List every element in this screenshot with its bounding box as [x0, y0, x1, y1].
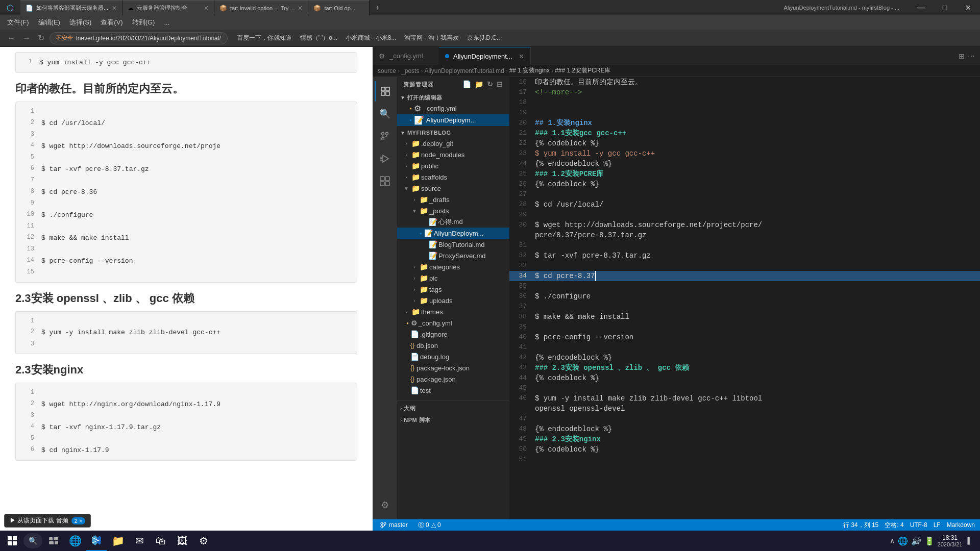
taskbar-store[interactable]: 🛍 [151, 531, 171, 551]
npm-scripts-header[interactable]: › NPM 脚本 [397, 414, 509, 426]
maximize-button[interactable]: □ [933, 0, 957, 15]
tree-categories[interactable]: › 📁 categories [397, 261, 509, 272]
bc-source[interactable]: source [378, 67, 396, 74]
aliyun-tab-close[interactable]: ✕ [519, 53, 524, 60]
more-actions-icon[interactable]: ⋯ [968, 52, 975, 60]
menu-view[interactable]: 查看(V) [96, 16, 127, 29]
open-editor-config[interactable]: ● ⚙ _config.yml [397, 103, 509, 114]
open-editors-header[interactable]: ▼ 打开的编辑器 [397, 93, 509, 103]
show-desktop-button[interactable]: ▌ [965, 535, 974, 546]
tab2-close[interactable]: ✕ [204, 5, 209, 12]
activity-extensions[interactable] [375, 171, 395, 191]
browser-tab-3[interactable]: 📦 tar: invalid option -- 'Try ... ✕ [214, 0, 308, 15]
tree-node-modules[interactable]: › 📁 node_modules [397, 149, 509, 160]
refresh-icon[interactable]: ↻ [487, 80, 494, 88]
close-button[interactable]: ✕ [957, 0, 980, 15]
tree-proxy-server[interactable]: 📝 ProxyServer.md [397, 250, 509, 261]
refresh-button[interactable]: ↻ [36, 32, 46, 44]
url-bar[interactable]: 不安全 lneverl.gitee.io/2020/03/21/AliyunDe… [50, 32, 228, 44]
vscode-tab-aliyun[interactable]: AliyunDeployment... ✕ [439, 47, 531, 65]
bookmark-4[interactable]: 京东(J.D.C... [463, 33, 506, 43]
status-line-col[interactable]: 行 34，列 15 [843, 521, 878, 530]
tree-package-json[interactable]: {} package.json [397, 373, 509, 385]
bc-file[interactable]: AliyunDeploymentTutorial.md [424, 67, 504, 74]
tree-tags[interactable]: › 📁 tags [397, 284, 509, 295]
status-language[interactable]: Markdown [947, 521, 975, 529]
activity-debug[interactable] [375, 148, 395, 169]
tree-posts[interactable]: ▼ 📁 _posts [397, 205, 509, 216]
tab1-close[interactable]: ✕ [112, 5, 117, 12]
tree-uploads[interactable]: › 📁 uploads [397, 295, 509, 306]
tree-gitignore[interactable]: 📄 .gitignore [397, 329, 509, 340]
split-editor-icon[interactable]: ⊞ [959, 52, 965, 60]
tree-drafts[interactable]: › 📁 _drafts [397, 194, 509, 205]
open-editor-aliyun[interactable]: ● 📝 AliyunDeploym... [397, 114, 509, 126]
tree-blog-tutorial[interactable]: 📝 BlogTutorial.md [397, 239, 509, 250]
browser-tab-1[interactable]: 📄 如何将博客部署到云服务器... ✕ [20, 0, 122, 15]
browser-tab-4[interactable]: 📦 tar: Old op... [308, 0, 370, 15]
audio-notification[interactable]: ▶ 从该页面下载 音频 2 × [4, 514, 91, 528]
back-button[interactable]: ← [5, 33, 17, 44]
tree-scaffolds[interactable]: › 📁 scaffolds [397, 171, 509, 183]
status-line-ending[interactable]: LF [934, 521, 941, 529]
new-tab-button[interactable]: + [370, 0, 385, 15]
browser-tab-2[interactable]: ☁ 云服务器管理控制台 ✕ [122, 0, 214, 15]
tree-xinde[interactable]: 📝 心得.md [397, 216, 509, 228]
tray-up-arrow[interactable]: ∧ [890, 537, 895, 545]
menu-selection[interactable]: 选择(S) [65, 16, 95, 29]
editor[interactable]: 16 印者的教任。目前所的定内至云。 17 <!--more--> 18 19 [509, 77, 980, 519]
taskbar-settings[interactable]: ⚙ [193, 531, 214, 551]
taskbar-search[interactable]: 🔍 [23, 533, 42, 548]
taskbar-file-explorer[interactable]: 📁 [108, 531, 128, 551]
bookmark-2[interactable]: 小米商城 - 小米8... [341, 33, 400, 43]
tree-deploy-git[interactable]: › 📁 .deploy_git [397, 138, 509, 149]
myfirstblog-header[interactable]: ▼ MYFIRSTBLOG [397, 128, 509, 138]
taskbar-chrome[interactable]: 🌐 [65, 531, 85, 551]
tree-source[interactable]: ▼ 📁 source [397, 183, 509, 194]
tray-volume-icon[interactable]: 🔊 [911, 536, 921, 546]
activity-source-control[interactable] [375, 126, 395, 146]
tree-test[interactable]: 📄 test [397, 385, 509, 396]
activity-explorer[interactable] [375, 81, 395, 102]
tree-debug-log[interactable]: 📄 debug.log [397, 351, 509, 362]
minimize-button[interactable]: — [910, 0, 933, 15]
tree-public[interactable]: › 📁 public [397, 160, 509, 171]
bc-posts[interactable]: _posts [401, 67, 419, 74]
bookmark-1[interactable]: 情感（'-'）o... [296, 33, 341, 43]
status-errors[interactable]: ⓪ 0 △ 0 [416, 521, 443, 530]
collapse-icon[interactable]: ⊟ [497, 80, 503, 88]
status-spaces[interactable]: 空格: 4 [885, 521, 903, 530]
task-view-button[interactable] [43, 531, 64, 551]
menu-goto[interactable]: 转到(G) [128, 16, 159, 29]
tree-aliyun-file[interactable]: ● 📝 AliyunDeploym... [397, 228, 509, 239]
tray-battery-icon[interactable]: 🔋 [924, 536, 935, 546]
taskbar-photos[interactable]: 🖼 [172, 531, 192, 551]
activity-settings[interactable]: ⚙ [375, 495, 395, 515]
tree-themes[interactable]: › 📁 themes [397, 306, 509, 317]
forward-button[interactable]: → [20, 33, 33, 44]
bc-h3[interactable]: ### 1.2安装PCRE库 [555, 66, 610, 75]
tray-network-icon[interactable]: 🌐 [898, 536, 908, 546]
activity-search[interactable]: 🔍 [375, 104, 395, 124]
bookmark-3[interactable]: 淘宝网 - 淘！我喜欢 [400, 33, 463, 43]
new-file-icon[interactable]: 📄 [462, 80, 472, 88]
new-folder-icon[interactable]: 📁 [475, 80, 484, 88]
tree-package-lock[interactable]: {} package-lock.json [397, 362, 509, 373]
bc-h2[interactable]: ## 1.安装nginx [509, 66, 550, 75]
start-button[interactable] [2, 531, 22, 551]
audio-badge[interactable]: 2 × [71, 517, 86, 524]
status-encoding[interactable]: UTF-8 [910, 521, 927, 529]
tree-config-yml[interactable]: ● ⚙ _config.yml [397, 317, 509, 329]
menu-edit[interactable]: 编辑(E) [34, 16, 64, 29]
outline-header[interactable]: › 大纲 [397, 403, 509, 414]
bookmark-0[interactable]: 百度一下，你就知道 [233, 33, 296, 43]
status-branch[interactable]: master [378, 521, 410, 529]
tree-pic[interactable]: › 📁 pic [397, 272, 509, 284]
menu-more[interactable]: ... [160, 17, 174, 28]
taskbar-clock[interactable]: 18:31 2020/3/21 [938, 534, 963, 547]
taskbar-vscode[interactable] [86, 531, 107, 551]
tree-db-json[interactable]: {} db.json [397, 340, 509, 351]
taskbar-email[interactable]: ✉ [129, 531, 150, 551]
tab3-close[interactable]: ✕ [298, 5, 303, 12]
menu-file[interactable]: 文件(F) [3, 16, 33, 29]
